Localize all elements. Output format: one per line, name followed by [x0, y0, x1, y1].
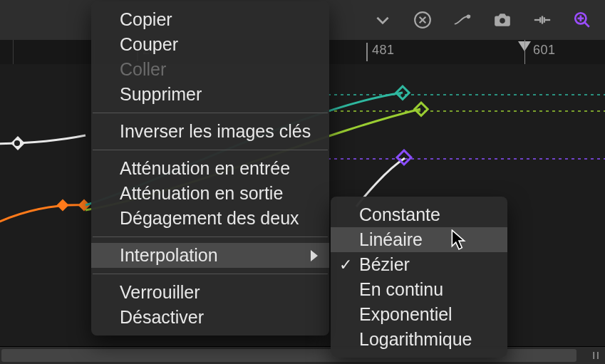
menu-item-ease-out[interactable]: Atténuation en sortie — [91, 181, 329, 206]
menu-item-label: Inverser les images clés — [120, 121, 311, 141]
submenu-item-constant[interactable]: Constante — [331, 202, 507, 227]
menu-item-label: Constante — [359, 204, 440, 224]
horizontal-scrollbar[interactable]: II — [0, 346, 605, 364]
zoom-icon[interactable] — [572, 10, 592, 30]
submenu-item-bezier[interactable]: ✓Bézier — [331, 252, 507, 277]
menu-separator — [93, 274, 328, 274]
menu-item-label: Atténuation en entrée — [120, 158, 290, 178]
menu-item-interpolation[interactable]: Interpolation — [91, 243, 329, 268]
submenu-item-logarithmic[interactable]: Logarithmique — [331, 327, 507, 352]
menu-item-label: Verrouiller — [120, 282, 200, 302]
svg-point-18 — [14, 140, 20, 146]
svg-point-4 — [500, 18, 505, 24]
menu-item-label: Exponentiel — [359, 304, 453, 324]
menu-item-label: Dégagement des deux — [120, 208, 299, 228]
menu-item-label: Atténuation en sortie — [120, 183, 283, 203]
checkmark-icon: ✓ — [339, 256, 352, 274]
svg-rect-19 — [57, 199, 69, 212]
menu-item-ease-in[interactable]: Atténuation en entrée — [91, 156, 329, 181]
menu-item-paste: Coller — [91, 57, 329, 82]
menu-separator — [93, 236, 328, 237]
menu-item-copy[interactable]: Copier — [91, 7, 329, 32]
menu-item-ease-both[interactable]: Dégagement des deux — [91, 206, 329, 231]
snap-icon[interactable] — [532, 10, 552, 30]
submenu-item-continuous[interactable]: En continu — [331, 277, 507, 302]
menu-separator — [93, 150, 328, 150]
menu-item-label: Désactiver — [120, 307, 204, 327]
ruler-label: 481 — [366, 43, 395, 61]
menu-item-label: Couper — [120, 34, 178, 54]
svg-line-13 — [584, 22, 589, 27]
menu-item-label: Coller — [120, 59, 166, 79]
submenu-arrow-icon — [311, 250, 318, 261]
curve-edit-icon[interactable] — [453, 10, 472, 30]
menu-item-delete[interactable]: Supprimer — [91, 82, 329, 107]
submenu-item-exponential[interactable]: Exponentiel — [331, 302, 507, 327]
scrollbar-end-cap: II — [592, 350, 601, 361]
menu-item-label: Bézier — [359, 254, 410, 274]
svg-point-3 — [467, 16, 470, 19]
submenu-item-linear[interactable]: Linéaire — [331, 227, 507, 252]
interpolation-submenu: Constante Linéaire ✓Bézier En continu Ex… — [331, 197, 507, 358]
menu-item-label: Linéaire — [359, 229, 423, 249]
menu-item-disable[interactable]: Désactiver — [91, 305, 329, 330]
menu-item-label: Copier — [120, 9, 172, 29]
menu-item-label: En continu — [359, 279, 443, 299]
close-circle-icon[interactable] — [413, 10, 433, 30]
camera-icon[interactable] — [492, 10, 512, 30]
menu-item-label: Supprimer — [120, 84, 202, 104]
chevron-down-icon[interactable] — [373, 10, 393, 30]
ruler-label: 601 — [533, 43, 556, 58]
context-menu: Copier Couper Coller Supprimer Inverser … — [91, 1, 329, 336]
menu-item-label: Logarithmique — [359, 329, 472, 349]
menu-item-reverse-keyframes[interactable]: Inverser les images clés — [91, 119, 329, 144]
menu-item-lock[interactable]: Verrouiller — [91, 280, 329, 305]
menu-separator — [93, 113, 328, 113]
menu-item-label: Interpolation — [120, 245, 218, 265]
menu-item-cut[interactable]: Couper — [91, 32, 329, 57]
